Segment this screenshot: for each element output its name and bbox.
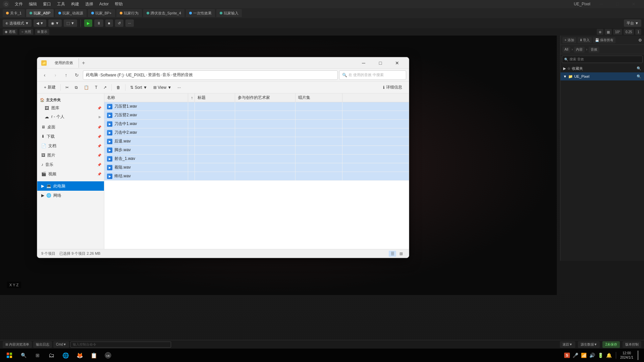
rotate-btn[interactable]: ◉ ▼ — [48, 19, 62, 27]
sidebar-personal[interactable]: ☁ r - 个人 ▶ — [37, 112, 104, 121]
tab-player-anim[interactable]: 玩家_动画源 — [55, 9, 86, 17]
menu-edit[interactable]: 编辑 — [26, 1, 40, 8]
save-all-btn[interactable]: 💾 保存所有 — [593, 37, 615, 43]
file-row-1[interactable]: ▶ 刀压臂2.wav — [104, 111, 409, 120]
win-start-btn[interactable] — [3, 349, 16, 361]
sidebar-network[interactable]: ▶ 🌐 网络 — [37, 191, 104, 200]
grid-view-btn[interactable]: ⊞ — [397, 251, 405, 257]
import-btn[interactable]: ⬇ 导入 — [578, 37, 592, 43]
col-name-header[interactable]: 名称 — [104, 94, 188, 102]
content-browser-btn[interactable]: ⊞ 内容浏览清单 — [3, 341, 32, 348]
cut-btn[interactable]: ✂ — [63, 83, 71, 92]
mode-select-btn[interactable]: ⊕ 选项模式 ▼ — [3, 19, 32, 27]
perspective-btn[interactable]: ◉ 透视 — [3, 29, 17, 35]
tray-icon-notify[interactable]: 🔔 — [606, 353, 612, 358]
col-album-header[interactable]: 唱片集 — [296, 94, 342, 102]
expand-personal[interactable]: ▶ — [99, 115, 101, 119]
settings-icon[interactable]: ⚙ — [638, 38, 642, 43]
grid-snap[interactable]: ▦ — [605, 29, 612, 35]
taskbar-file-explorer[interactable]: 🗂 — [45, 349, 58, 361]
taskbar-search[interactable]: 🔍 — [17, 349, 30, 361]
copy-btn[interactable]: ⧉ — [72, 83, 80, 92]
list-view-btn[interactable]: ☰ — [389, 251, 396, 257]
taskbar-task-view[interactable]: ⊞ — [31, 349, 44, 361]
file-row-6[interactable]: ▶ 射击_1.wav — [104, 155, 409, 163]
sidebar-music[interactable]: ♪ 音乐 📌 — [37, 160, 104, 169]
show-btn[interactable]: ⊞ 显示 — [35, 29, 50, 35]
content-btn[interactable]: 内容 — [574, 47, 585, 53]
menu-tools[interactable]: 工具 — [54, 1, 68, 8]
delete-btn[interactable]: 🗑 — [114, 83, 123, 92]
taskbar-ue[interactable]: UE — [101, 349, 115, 361]
all-btn[interactable]: All — [562, 47, 570, 53]
console-input[interactable]: 输入控制台命令 — [70, 342, 171, 348]
favorites-search[interactable]: 🔍 — [637, 66, 641, 71]
tab-onetime-effect[interactable]: 一次性效果 — [186, 9, 215, 17]
file-row-8[interactable]: ▶ 终结.wav — [104, 172, 409, 181]
version-control-btn[interactable]: 版本控制 — [623, 341, 641, 348]
dialog-close[interactable]: ✕ — [389, 58, 405, 68]
nav-forward[interactable]: › — [51, 70, 60, 80]
file-row-3[interactable]: ▶ 刀击中2.wav — [104, 128, 409, 137]
menu-build[interactable]: 构建 — [68, 1, 82, 8]
tab-player-bp[interactable]: 玩家_BP+ — [88, 9, 115, 17]
pause-btn[interactable]: ⏸ — [94, 19, 103, 27]
menu-actor[interactable]: Actor — [97, 1, 111, 7]
sidebar-gallery[interactable]: 🖼 图库 📌 — [37, 104, 104, 112]
tray-icon-wifi[interactable]: 📶 — [581, 353, 587, 358]
file-row-7[interactable]: ▶ 着陆.wav — [104, 163, 409, 172]
stop-btn[interactable]: ■ — [105, 19, 113, 27]
grid-size[interactable]: 10° — [613, 29, 622, 35]
move-speed[interactable]: 0.25 — [624, 29, 634, 35]
dialog-filelist[interactable]: 名称 ↑ 标题 参与创作的艺术家 唱片集 ▶ 刀压臂1.wav ▶ — [104, 94, 409, 249]
audio-btn[interactable]: 音效 — [589, 47, 599, 53]
more-options[interactable]: ··· — [125, 19, 134, 27]
more-btn[interactable]: ··· — [175, 83, 183, 92]
ue-search[interactable]: 🔍 — [637, 74, 641, 79]
nav-up[interactable]: ↑ — [61, 70, 71, 80]
tree-item-ue-pixel[interactable]: ▼ 📁 UE_Pixel 🔍 — [560, 72, 644, 80]
dialog-maximize[interactable]: □ — [373, 58, 388, 68]
taskbar-browser[interactable]: 🦊 — [73, 349, 87, 361]
sidebar-this-pc[interactable]: ▶ 💻 此电脑 — [37, 181, 104, 191]
add-btn[interactable]: + 添加 — [562, 37, 576, 43]
transform-btn[interactable]: ◀ ▼ — [34, 19, 46, 27]
title-minimize[interactable]: ─ — [594, 0, 609, 9]
tray-icon-mic[interactable]: 🎤 — [573, 353, 578, 358]
tray-icon-battery[interactable]: 🔋 — [598, 353, 603, 358]
menu-window[interactable]: 窗口 — [40, 1, 54, 8]
scale-value[interactable]: 1 — [635, 29, 641, 35]
show-desktop-btn[interactable] — [637, 351, 639, 360]
dialog-add-tab[interactable]: + — [79, 58, 88, 68]
tree-item-favorites[interactable]: ▶ ☆ 收藏夹 🔍 — [560, 64, 644, 72]
new-btn[interactable]: + 新建 — [41, 83, 58, 92]
dialog-tab-audio[interactable]: 使用的音效 — [49, 58, 79, 68]
col-artist-header[interactable]: 参与创作的艺术家 — [235, 94, 296, 102]
panel-search-box[interactable]: 🔍 搜索 音效 — [562, 56, 643, 63]
taskbar-edge[interactable]: 🌐 — [59, 349, 72, 361]
eject-btn[interactable]: ↺ — [115, 19, 123, 27]
col-sort-indicator[interactable]: ↑ — [188, 94, 195, 102]
ime-indicator[interactable]: S — [564, 353, 570, 358]
ue-logo[interactable]: ⬡ — [3, 1, 9, 7]
file-row-5[interactable]: ▶ 脚步.wav — [104, 146, 409, 155]
dialog-minimize[interactable]: ─ — [356, 58, 371, 68]
title-maximize[interactable]: □ — [610, 0, 625, 9]
menu-help[interactable]: 帮助 — [112, 1, 125, 8]
address-bar[interactable]: 此电脑 › Software (F:) › UE_PIXEL › 资源包 › 音… — [83, 70, 338, 80]
quick-access-header[interactable]: 🏠 主文件夹 — [37, 96, 104, 104]
scale-btn[interactable]: ⬚ ▼ — [64, 19, 77, 27]
menu-file[interactable]: 文件 — [12, 1, 25, 8]
crumb-computer[interactable]: 此电脑 — [86, 72, 98, 78]
nav-back[interactable]: ‹ — [40, 70, 49, 80]
track-btn[interactable]: 迷踪▼ — [560, 341, 575, 348]
title-close[interactable]: ✕ — [626, 0, 641, 9]
paste-btn[interactable]: 📋 — [81, 83, 92, 92]
tab-player-input[interactable]: 玩家输入 — [216, 9, 242, 17]
view-btn[interactable]: ⊞ View ▼ — [151, 83, 174, 92]
rename-btn[interactable]: T — [92, 83, 100, 92]
sidebar-pictures[interactable]: 🖼 图片 📌 — [37, 150, 104, 160]
file-row-4[interactable]: ▶ 后退.wav — [104, 137, 409, 146]
tab-player-abp[interactable]: 玩家_ABP — [26, 9, 54, 17]
file-row-0[interactable]: ▶ 刀压臂1.wav — [104, 102, 409, 111]
